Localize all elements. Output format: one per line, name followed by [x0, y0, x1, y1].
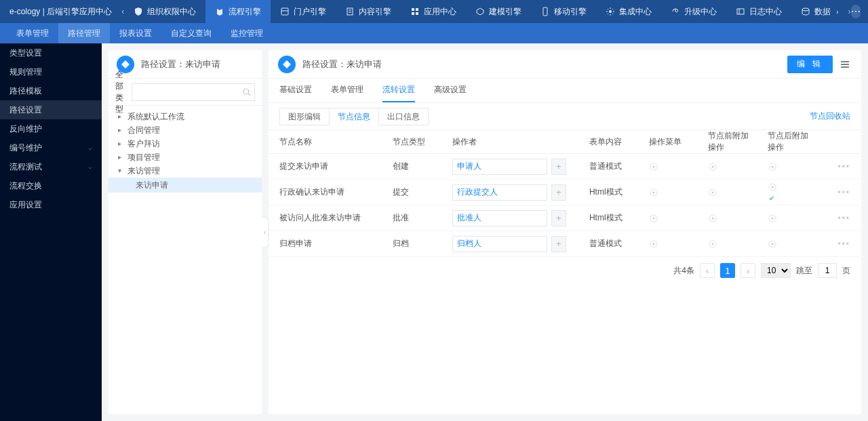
tree-node-3[interactable]: ▸项目管理 [108, 151, 262, 164]
add-operator-button[interactable]: + [551, 210, 566, 226]
top-item-1[interactable]: 流程引擎 [205, 0, 271, 23]
sub-tab-0[interactable]: 图形编辑 [279, 108, 330, 125]
sidebar-item-8[interactable]: 应用设置 [0, 195, 102, 214]
pager-size-select[interactable]: 10 [761, 263, 791, 278]
gear-icon[interactable] [649, 162, 698, 172]
sub-item-1[interactable]: 路径管理 [58, 23, 110, 43]
node-recycle-link[interactable]: 节点回收站 [810, 111, 850, 122]
th-3: 表单内容 [584, 130, 644, 154]
top-item-9[interactable]: 日志中心 [726, 0, 791, 23]
gear-icon[interactable] [768, 182, 816, 203]
main-tab-0[interactable]: 基础设置 [279, 84, 312, 102]
gear-icon[interactable] [768, 162, 816, 172]
sub-item-2[interactable]: 报表设置 [110, 23, 161, 43]
sub-tab-1[interactable]: 节点信息 [329, 108, 379, 125]
sub-item-3[interactable]: 自定义查询 [161, 23, 221, 43]
top-item-2[interactable]: 门户引擎 [271, 0, 336, 23]
tree-node-1[interactable]: ▸合同管理 [108, 123, 262, 137]
main-tab-3[interactable]: 高级设置 [434, 84, 467, 102]
node-table: 节点名称节点类型操作者表单内容操作菜单节点前附加操作节点后附加操作 提交来访申请… [269, 130, 861, 257]
pager-prev[interactable]: ‹ [700, 263, 715, 278]
top-item-6[interactable]: 移动引擎 [531, 0, 596, 23]
edit-button[interactable]: 编 辑 [787, 56, 833, 73]
gear-icon[interactable] [768, 214, 816, 223]
th-5: 节点前附加操作 [703, 130, 762, 154]
svg-rect-2 [347, 8, 353, 15]
triangle-right-icon: ▸ [118, 151, 125, 164]
more-icon[interactable]: ••• [837, 214, 850, 223]
cell-type: 归档 [387, 231, 447, 257]
cell-pre [703, 180, 762, 205]
cell-post [762, 205, 822, 231]
cell-operator: + [447, 231, 584, 257]
more-icon[interactable]: ••• [837, 162, 850, 172]
sidebar-item-0[interactable]: 类型设置 [0, 43, 102, 62]
tree-leaf-4-0[interactable]: 来访申请 [108, 178, 262, 193]
gear-icon[interactable] [768, 239, 816, 249]
svg-point-40 [652, 217, 654, 219]
pager-next[interactable]: › [741, 263, 755, 278]
operator-input[interactable] [452, 236, 547, 252]
more-icon[interactable]: ⋯ [851, 5, 861, 18]
tree-panel: 路径设置：来访申请 全部类型 ▸系统默认工作流▸合同管理▸客户拜访▸项目管理▾来… [108, 50, 262, 414]
table-row: 行政确认来访申请提交+Html模式••• [269, 180, 861, 205]
top-item-8[interactable]: 升级中心 [661, 0, 726, 23]
pager-jump-input[interactable] [818, 263, 837, 278]
cell-more: ••• [821, 154, 861, 180]
main-tab-2[interactable]: 流转设置 [382, 84, 415, 102]
sidebar-item-1[interactable]: 规则管理 [0, 62, 102, 81]
search-icon[interactable] [243, 88, 251, 96]
add-operator-button[interactable]: + [551, 159, 566, 175]
top-item-0[interactable]: 组织权限中心 [124, 0, 205, 23]
top-item-3[interactable]: 内容引擎 [336, 0, 401, 23]
sidebar-item-7[interactable]: 流程交换 [0, 176, 102, 195]
cell-form: Html模式 [584, 180, 644, 205]
top-item-5[interactable]: 建模引擎 [466, 0, 531, 23]
more-icon[interactable]: ••• [837, 188, 850, 197]
gear-icon[interactable] [708, 239, 757, 249]
gear-icon[interactable] [708, 162, 757, 172]
gear-icon[interactable] [708, 188, 757, 197]
svg-rect-8 [416, 12, 418, 15]
gear-icon[interactable] [649, 239, 698, 249]
sub-item-4[interactable]: 监控管理 [221, 23, 273, 43]
add-operator-button[interactable]: + [551, 184, 566, 201]
top-item-7[interactable]: 集成中心 [596, 0, 661, 23]
svg-line-16 [612, 14, 613, 14]
sidebar-item-3[interactable]: 路径设置 [0, 100, 102, 119]
sub-tab-2[interactable]: 出口信息 [378, 108, 429, 125]
svg-point-38 [771, 186, 773, 188]
top-item-10[interactable]: 数据› [791, 0, 848, 23]
gear-icon[interactable] [649, 214, 698, 223]
svg-point-34 [652, 191, 654, 193]
collapse-handle[interactable]: ‹ [262, 217, 269, 248]
svg-point-48 [712, 243, 714, 245]
operator-input[interactable] [452, 184, 547, 201]
top-item-4[interactable]: 应用中心 [401, 0, 466, 23]
svg-rect-9 [543, 7, 547, 16]
sub-item-0[interactable]: 表单管理 [7, 23, 58, 43]
svg-point-36 [712, 191, 714, 193]
sidebar-item-6[interactable]: 流程测试⌵ [0, 157, 102, 176]
tree-search-input[interactable] [132, 83, 255, 101]
list-toggle-icon[interactable] [840, 59, 852, 70]
operator-input[interactable] [452, 210, 547, 226]
more-icon[interactable]: ••• [837, 239, 850, 249]
tree-node-2[interactable]: ▸客户拜访 [108, 137, 262, 151]
main-tab-1[interactable]: 表单管理 [331, 84, 363, 102]
tree-node-0[interactable]: ▸系统默认工作流 [108, 110, 262, 123]
tree-node-4[interactable]: ▾来访管理 [108, 164, 262, 178]
sub-tabs-row: 图形编辑节点信息出口信息 节点回收站 [269, 103, 861, 130]
tree-search-row: 全部类型 [108, 79, 262, 106]
gear-icon[interactable] [708, 214, 757, 223]
sidebar-item-2[interactable]: 路径模板 [0, 81, 102, 100]
sidebar-item-4[interactable]: 反向维护 [0, 119, 102, 138]
add-operator-button[interactable]: + [551, 236, 566, 252]
sidebar-item-5[interactable]: 编号维护⌵ [0, 138, 102, 157]
svg-line-23 [248, 94, 250, 96]
gear-icon[interactable] [649, 188, 698, 197]
table-row: 被访问人批准来访申请批准+Html模式••• [269, 205, 861, 231]
operator-input[interactable] [452, 159, 547, 175]
triangle-down-icon: ▾ [118, 164, 125, 178]
pager-page-1[interactable]: 1 [720, 263, 735, 278]
